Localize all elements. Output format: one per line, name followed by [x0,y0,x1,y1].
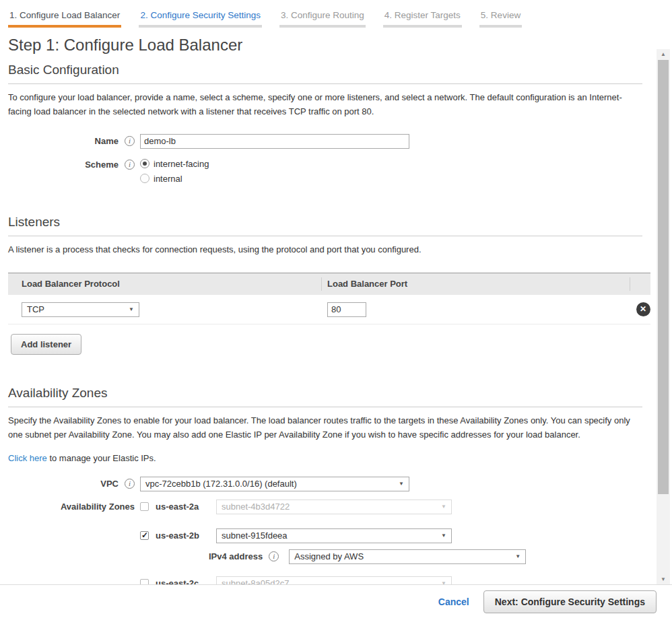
zone-us-east-2a-subnet-select: subnet-4b3d4722 ▼ [216,500,452,514]
chevron-down-icon: ▼ [515,553,520,559]
zone-us-east-2c-checkbox[interactable] [140,579,149,584]
chevron-down-icon: ▼ [441,504,446,510]
delete-listener-icon[interactable]: ✕ [636,302,650,316]
column-port-header: Load Balancer Port [322,277,630,291]
section-basic-configuration: Basic Configuration To configure your lo… [8,63,642,184]
zone-us-east-2b-checkbox[interactable] [140,531,149,540]
scroll-down-icon[interactable]: ▼ [657,574,670,584]
chevron-down-icon: ▼ [129,306,134,312]
scheme-internet-facing-label: internet-facing [154,159,209,169]
column-protocol-header: Load Balancer Protocol [8,277,322,291]
vpc-label: VPC [100,479,119,489]
add-listener-button[interactable]: Add listener [11,334,81,355]
vertical-scrollbar[interactable]: ▲ ▼ [657,49,670,584]
availability-zones-label: Availability Zones [61,502,135,512]
wizard-content: Step 1: Configure Load Balancer Basic Co… [0,27,650,584]
availability-zones-heading: Availability Zones [8,386,642,407]
scrollbar-thumb[interactable] [658,60,669,494]
scheme-internal-label: internal [154,174,182,184]
zone-us-east-2a-checkbox[interactable] [140,502,149,511]
availability-zones-description: Specify the Availability Zones to enable… [8,414,642,442]
scroll-up-icon[interactable]: ▲ [657,49,670,59]
chevron-down-icon: ▼ [399,481,404,487]
scheme-label: Scheme [85,160,119,170]
zone-us-east-2b-subnet-value: subnet-915fdeea [222,530,288,541]
cancel-button[interactable]: Cancel [438,596,469,607]
name-info-icon[interactable]: i [125,136,135,146]
scheme-info-icon[interactable]: i [125,160,135,170]
listeners-description: A listener is a process that checks for … [8,243,642,257]
scheme-radio-group: internet-facing internal [140,159,209,184]
column-actions-header [630,277,650,291]
zone-us-east-2b-subnet-select[interactable]: subnet-915fdeea ▼ [216,528,452,543]
vpc-info-icon[interactable]: i [125,479,135,489]
name-label: Name [95,136,119,146]
zone-us-east-2a-subnet-value: subnet-4b3d4722 [222,502,290,512]
tab-configure-load-balancer[interactable]: 1. Configure Load Balancer [8,7,121,28]
ipv4-address-select[interactable]: Assigned by AWS ▼ [289,549,526,564]
vpc-select[interactable]: vpc-72cebb1b (172.31.0.0/16) (default) ▼ [140,477,409,491]
radio-internet-facing[interactable] [140,159,149,168]
manage-elastic-ips-link[interactable]: Click here [8,453,47,463]
ipv4-address-label: IPv4 address [209,551,263,561]
radio-internal[interactable] [140,174,149,183]
name-input[interactable] [140,134,409,149]
vpc-select-value: vpc-72cebb1b (172.31.0.0/16) (default) [145,479,297,489]
wizard-step-tabs: 1. Configure Load Balancer 2. Configure … [0,0,672,28]
tab-register-targets: 4. Register Targets [383,7,462,28]
basic-configuration-description: To configure your load balancer, provide… [8,91,642,119]
tab-review: 5. Review [479,7,522,28]
scheme-internet-facing-option[interactable]: internet-facing [140,159,209,169]
zone-us-east-2c-subnet-select: subnet-8a05d2c7 ▼ [216,576,452,584]
basic-configuration-heading: Basic Configuration [8,63,642,84]
zone-us-east-2c-subnet-value: subnet-8a05d2c7 [222,578,289,584]
elastic-ip-suffix: to manage your Elastic IPs. [47,453,156,463]
listeners-heading: Listeners [8,215,642,236]
chevron-down-icon: ▼ [441,533,446,539]
ipv4-address-select-value: Assigned by AWS [294,551,364,561]
zone-us-east-2b-label: us-east-2b [156,530,208,541]
tab-configure-routing: 3. Configure Routing [279,7,366,28]
listeners-table: Load Balancer Protocol Load Balancer Por… [8,273,650,324]
port-input[interactable] [327,302,366,317]
section-listeners: Listeners A listener is a process that c… [8,215,642,355]
elastic-ip-line: Click here to manage your Elastic IPs. [8,453,642,463]
tab-configure-security-settings[interactable]: 2. Configure Security Settings [139,7,262,28]
next-configure-security-settings-button[interactable]: Next: Configure Security Settings [483,590,657,613]
listener-row: TCP ▼ ✕ [8,295,650,324]
listeners-table-header: Load Balancer Protocol Load Balancer Por… [8,273,650,295]
zone-us-east-2a-label: us-east-2a [156,502,208,512]
section-availability-zones: Availability Zones Specify the Availabil… [8,386,642,584]
protocol-select[interactable]: TCP ▼ [22,302,139,317]
page-title: Step 1: Configure Load Balancer [8,36,642,55]
ipv4-address-row: IPv4 address i Assigned by AWS ▼ [209,549,642,564]
scheme-internal-option[interactable]: internal [140,174,209,184]
zone-us-east-2c-label: us-east-2c [156,578,208,584]
ipv4-info-icon[interactable]: i [269,551,279,561]
protocol-select-value: TCP [27,304,44,314]
wizard-footer: Cancel Next: Configure Security Settings [0,584,672,618]
